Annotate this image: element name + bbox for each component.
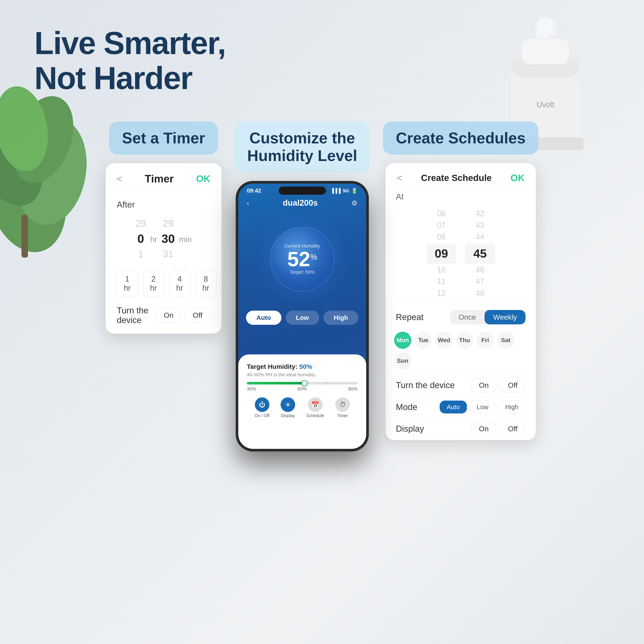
humidity-badge: Customize the Humidity Level (234, 122, 370, 173)
hour-07: 07 (437, 220, 446, 231)
slider-track (247, 382, 358, 384)
feature-row: Set a Timer < Timer OK After 29 (34, 122, 610, 452)
power-icon: ⏻ (255, 397, 269, 412)
day-tue[interactable]: Tue (415, 332, 432, 349)
preset-8hr[interactable]: 8 hr (195, 270, 216, 297)
repeat-once[interactable]: Once (450, 310, 485, 324)
preset-1hr[interactable]: 1 hr (117, 270, 138, 297)
headline: Live Smarter, Not Harder (34, 26, 610, 96)
schedule-icon: 📅 (308, 397, 323, 412)
timer-header: < Timer OK (106, 163, 222, 191)
mins-selected: 30 (161, 231, 175, 247)
timer-badge-text: Set a Timer (122, 129, 205, 147)
hour-06: 06 (437, 208, 446, 219)
schedule-ok-button[interactable]: OK (510, 173, 525, 183)
hour-09-selected: 09 (426, 243, 456, 264)
timer-ok-button[interactable]: OK (196, 173, 210, 184)
schedule-display-label: Display (396, 424, 424, 434)
sched-mode-high[interactable]: High (498, 401, 526, 413)
nav-timer[interactable]: ⏱ Timer (335, 397, 350, 418)
phone-mockup: 09:42 ▐▐▐ 5G 🔋 ‹ dual200s ⚙ (236, 181, 369, 451)
min-43: 43 (476, 220, 484, 231)
phone-screen: 09:42 ▐▐▐ 5G 🔋 ‹ dual200s ⚙ (238, 184, 366, 449)
day-fri[interactable]: Fri (477, 332, 494, 349)
humidity-reading: 52 % (287, 249, 317, 269)
mode-auto[interactable]: Auto (246, 311, 281, 325)
nav-power[interactable]: ⏻ On / Off (255, 397, 270, 418)
slider-tick (326, 381, 327, 385)
preset-2hr[interactable]: 2 hr (143, 270, 164, 297)
day-thu[interactable]: Thu (456, 332, 473, 349)
timer-icon: ⏱ (335, 397, 350, 412)
humidity-circle: Current Humidity 52 % Target: 50% (270, 227, 334, 291)
mode-high[interactable]: High (324, 311, 358, 325)
min-42: 42 (476, 208, 484, 219)
mins-item-below1: 31 (163, 248, 173, 260)
slider-min: 30% (247, 386, 256, 392)
hours-unit: hr (150, 235, 157, 244)
schedule-display-on[interactable]: On (471, 421, 497, 436)
min-picker-col[interactable]: 42 43 44 45 46 47 48 (465, 208, 495, 299)
status-icons: ▐▐▐ 5G 🔋 (331, 188, 358, 194)
repeat-weekly[interactable]: Weekly (485, 310, 526, 324)
slider-thumb[interactable] (301, 380, 307, 386)
timer-screen: < Timer OK After 29 0 1 (106, 163, 222, 333)
nav-display[interactable]: ☀ Display (281, 397, 295, 418)
slider-mid: 60% (298, 386, 307, 392)
hours-picker[interactable]: 29 0 1 (135, 216, 146, 261)
humidity-glow: Current Humidity 52 % Target: 50% (257, 214, 347, 304)
timer-toggle-on[interactable]: On (156, 308, 181, 323)
humidity-value: 52 (287, 249, 310, 269)
timer-badge: Set a Timer (109, 122, 218, 155)
main-content: Live Smarter, Not Harder Set a Timer < T… (0, 0, 644, 644)
day-mon[interactable]: Mon (394, 332, 411, 349)
humidity-circle-container: Current Humidity 52 % Target: 50% (238, 210, 366, 306)
min-47: 47 (476, 276, 484, 287)
target-humidity-value: 50% (299, 363, 312, 370)
timer-toggle-off[interactable]: Off (185, 308, 210, 323)
app-back-icon[interactable]: ‹ (247, 199, 249, 207)
schedule-on-btn[interactable]: On (471, 378, 497, 393)
humidity-percent: % (310, 253, 317, 262)
schedule-display-off[interactable]: Off (500, 421, 526, 436)
bottom-nav: ⏻ On / Off ☀ Display 📅 Schedule (247, 394, 358, 418)
preset-4hr[interactable]: 4 hr (169, 270, 190, 297)
hour-picker-col[interactable]: 06 07 08 09 10 11 12 (426, 208, 456, 299)
signal-bars-icon: ▐▐▐ (331, 188, 341, 194)
schedule-mode-label: Mode (396, 402, 417, 412)
timer-back-button[interactable]: < (117, 173, 122, 184)
nav-display-label: Display (281, 413, 295, 418)
mode-low[interactable]: Low (286, 311, 319, 325)
schedule-back-button[interactable]: < (397, 173, 402, 183)
day-wed[interactable]: Wed (435, 332, 453, 349)
preset-buttons: 1 hr 2 hr 4 hr 8 hr (117, 270, 210, 297)
schedule-badge: Create Schedules (383, 122, 538, 155)
target-humidity-row: Target Humidity: 50% (247, 363, 358, 370)
app-settings-icon[interactable]: ⚙ (351, 199, 358, 207)
day-sun[interactable]: Sun (394, 352, 411, 369)
day-sat[interactable]: Sat (497, 332, 514, 349)
repeat-toggle: Once Weekly (450, 310, 526, 324)
timer-scroll-picker: 29 0 1 hr 29 30 31 min (117, 216, 210, 261)
mins-item-above1: 29 (163, 217, 173, 229)
timer-content: After 29 0 1 hr 29 (106, 191, 222, 333)
schedule-off-btn[interactable]: Off (500, 378, 526, 393)
day-selector: Mon Tue Wed Thu Fri Sat Sun (386, 330, 536, 374)
timer-after-label: After (117, 200, 210, 210)
mins-picker[interactable]: 29 30 31 (161, 216, 175, 261)
headline-line2: Not Harder (34, 61, 610, 96)
headline-line1: Live Smarter, (34, 26, 610, 61)
nav-schedule[interactable]: 📅 Schedule (306, 397, 324, 418)
humidity-slider[interactable]: 30% 60% 80% (247, 382, 358, 392)
schedule-turn-device-label: Turn the device (396, 380, 455, 390)
sched-mode-low[interactable]: Low (469, 401, 495, 413)
schedule-on-off: On Off (471, 378, 526, 393)
min-48: 48 (476, 288, 484, 299)
target-humidity-title: Target Humidity: 50% (247, 363, 312, 370)
humidity-badge-text: Customize the Humidity Level (247, 129, 357, 165)
signal-type: 5G (343, 188, 349, 194)
schedule-badge-text: Create Schedules (396, 129, 526, 147)
mode-buttons: Auto Low High (238, 306, 366, 329)
sched-mode-auto[interactable]: Auto (440, 401, 467, 413)
schedule-header: < Create Schedule OK (386, 163, 536, 190)
